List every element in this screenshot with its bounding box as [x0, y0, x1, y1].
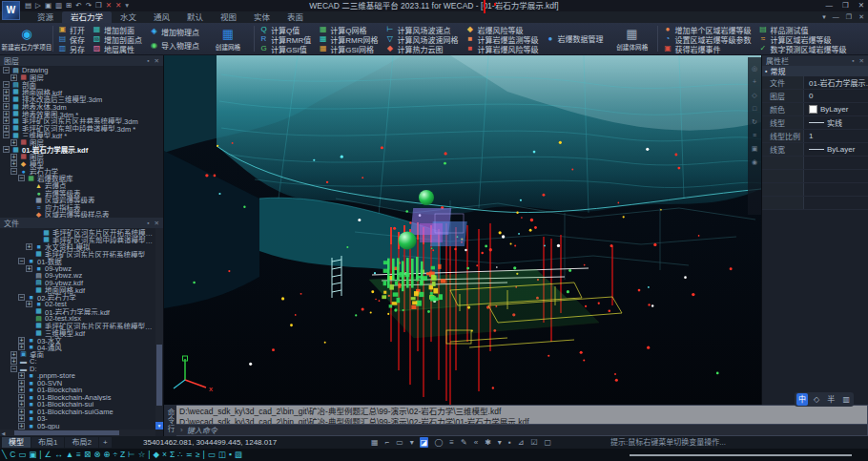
tree-expander-icon[interactable]: + [10, 139, 17, 146]
ribbon-button[interactable]: Q计算Q值 [259, 25, 311, 34]
ribbon-tab-通风[interactable]: 通风 [145, 11, 178, 23]
ribbon-button[interactable]: ■计算岩爆监测等级 [465, 34, 538, 44]
status-icon[interactable]: ◪ [420, 437, 429, 448]
tree-item[interactable]: ▦01-岩石力学展示.kdf [0, 308, 155, 316]
drawing-tool-icon[interactable]: ◫ [218, 449, 226, 461]
tree-expander-icon[interactable]: + [3, 125, 10, 132]
ribbon-tab-资源[interactable]: 资源 [29, 11, 62, 23]
tree-item[interactable]: ▦毛坪矿区河东片区开拓系统模… [0, 229, 155, 237]
ribbon-tab-水文[interactable]: 水文 [112, 11, 145, 23]
property-row[interactable]: 文件01-岩石力学展示… [762, 76, 868, 90]
property-row[interactable]: 颜色ByLayer [762, 103, 868, 116]
close-icon[interactable]: ✕ [155, 220, 159, 227]
tree-item[interactable]: ▦三维模型.kdf [0, 329, 155, 337]
redo-icon[interactable]: ↷ [86, 0, 92, 11]
tree-item[interactable]: −▤Drawing [0, 67, 163, 74]
tree-item[interactable]: −▦三维模型.kdf * [0, 132, 163, 139]
property-value[interactable]: 实线 [804, 117, 868, 128]
close-icon[interactable]: ✕ [859, 57, 864, 65]
save-as-icon[interactable]: ▥ [55, 0, 62, 11]
drawing-tool-icon[interactable]: Σ [170, 449, 175, 461]
delete-icon[interactable]: ✕ [106, 0, 112, 11]
ribbon-button[interactable]: ■计算岩爆风险等级 [465, 44, 538, 53]
drawing-tool-icon[interactable]: ≍ [186, 449, 193, 461]
property-value[interactable]: 0 [804, 92, 868, 100]
tree-item[interactable]: ▦毛坪矿区河东片区开拓系统模型 [0, 251, 155, 259]
command-history[interactable]: D:\wecad_sdk_ky\3d_cad_2\bin_git\矿冶-典型例题… [176, 406, 867, 424]
tree-expander-icon[interactable]: − [3, 132, 10, 138]
tree-expander-icon[interactable]: + [18, 401, 25, 408]
scroll-down-icon[interactable]: ▼ [155, 422, 163, 430]
close-icon[interactable]: ✕ [155, 57, 159, 65]
drawing-tool-icon[interactable]: ⊗ [93, 449, 100, 461]
ribbon-button[interactable]: ▧增加剖面点 [93, 34, 142, 44]
tree-item[interactable]: ▤09-ybwz.wz [0, 272, 155, 280]
viewport-tool-icon[interactable]: ≡ [753, 132, 756, 138]
ribbon-button[interactable]: ◉新建岩石力学项目 [2, 24, 52, 53]
tree-item[interactable]: ▦地面网格.kdf [0, 286, 155, 294]
tree-item[interactable]: +■01-Blockchain [0, 387, 155, 394]
window-icon[interactable]: ❐ [95, 0, 102, 11]
drawing-tool-icon[interactable]: ÷ [113, 449, 117, 461]
ribbon-button[interactable]: ●岩爆数据管理 [546, 34, 603, 44]
undo-icon[interactable]: ↶ [75, 0, 81, 11]
ribbon-button[interactable]: ≈计算区域岩爆等级 [758, 34, 846, 44]
drawing-tool-icon[interactable]: ▪ [229, 449, 232, 461]
tree-item[interactable]: −▦岩爆数据库 [0, 175, 163, 182]
property-row[interactable]: 图层0 [762, 90, 868, 103]
delete2-icon[interactable]: ✕ [115, 0, 121, 11]
property-value[interactable]: 1 [804, 132, 868, 140]
tree-expander-icon[interactable]: + [18, 380, 25, 387]
ribbon-tab-表面[interactable]: 表面 [279, 11, 312, 23]
drawing-tool-icon[interactable]: Z [120, 449, 125, 461]
layout-tab-+[interactable]: + [99, 437, 112, 448]
viewport-tool-icon[interactable]: ◉ [752, 158, 757, 165]
tree-expander-icon[interactable]: + [26, 243, 32, 250]
tree-expander-icon[interactable]: − [10, 366, 17, 372]
property-row[interactable]: 线型比例1 [762, 130, 868, 143]
property-row[interactable]: 线型实线 [762, 116, 868, 130]
tree-item[interactable]: +▦排水改造后三维模型.3dm [0, 95, 163, 103]
bottom-scroll-indicator[interactable] [630, 454, 852, 456]
tree-item[interactable]: +■水文资料-模拟 [0, 243, 155, 251]
tree-item[interactable]: ≡应力指标表 [0, 203, 163, 211]
drawing-tool-icon[interactable]: ▣ [29, 449, 36, 461]
tree-item[interactable]: ▤09-ybwz.kdf [0, 280, 155, 287]
tree-item[interactable]: +■00-SVN [0, 380, 155, 388]
tree-item[interactable]: +■01-Blockchain-sui [0, 401, 155, 409]
tree-expander-icon[interactable]: − [3, 146, 10, 153]
tree-expander-icon[interactable]: + [10, 154, 17, 160]
status-icon[interactable]: ⌐ [384, 437, 391, 448]
drawing-tool-icon[interactable]: | [203, 449, 205, 461]
viewport-tool-icon[interactable]: ◎ [752, 65, 757, 72]
layout-tab-模型[interactable]: 模型 [2, 437, 31, 448]
status-icon[interactable]: ✎ [460, 437, 468, 448]
print-icon[interactable]: ⊞ [66, 0, 72, 11]
drawing-tool-icon[interactable]: | [148, 449, 150, 461]
drawing-tool-icon[interactable]: ╲ [2, 449, 7, 461]
viewport-tool-icon[interactable]: + [753, 78, 756, 85]
tree-expander-icon[interactable]: − [18, 294, 25, 301]
property-row[interactable]: 线宽ByLayer [762, 143, 868, 157]
tree-item[interactable]: +▦图层 [0, 154, 163, 161]
new-file-icon[interactable]: ▤ [25, 0, 31, 11]
tree-item[interactable]: +▦地表效果图.3dm * [0, 110, 163, 117]
tree-item[interactable]: +◆模型 [0, 160, 163, 168]
layout-tab-布局1[interactable]: 布局1 [31, 437, 64, 448]
status-icon[interactable]: ◯ [433, 437, 444, 448]
status-icon[interactable]: ☑ [529, 437, 538, 448]
files-horizontal-scrollbar[interactable]: ◀ [0, 430, 155, 436]
drawing-tool-icon[interactable]: C [10, 449, 15, 461]
tree-item[interactable]: +■.pnpm-store [0, 372, 155, 380]
viewport-tool-icon[interactable]: ◇ [752, 92, 757, 98]
tree-expander-icon[interactable]: + [3, 111, 10, 117]
ribbon-button[interactable]: ▤样品测试值 [758, 25, 846, 34]
ribbon-tab-默认[interactable]: 默认 [178, 11, 212, 23]
tree-expander-icon[interactable]: + [10, 351, 17, 358]
restore-button[interactable]: ❐ [842, 0, 849, 11]
tree-expander-icon[interactable]: + [10, 358, 17, 365]
tree-expander-icon[interactable]: + [3, 103, 10, 110]
drawing-tool-icon[interactable]: ⊢ [128, 449, 134, 461]
drawing-tool-icon[interactable]: ▭ [208, 449, 216, 461]
drawing-tool-icon[interactable]: ▨ [235, 449, 242, 461]
